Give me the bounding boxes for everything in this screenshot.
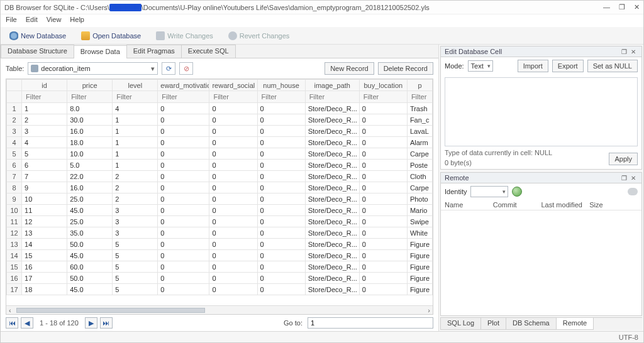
tab-sql-log[interactable]: SQL Log bbox=[440, 318, 481, 330]
tab-execute-sql[interactable]: Execute SQL bbox=[181, 45, 236, 58]
cell-editor[interactable] bbox=[445, 77, 638, 146]
tab-edit-pragmas[interactable]: Edit Pragmas bbox=[126, 45, 182, 58]
tab-db-schema[interactable]: DB Schema bbox=[506, 318, 557, 330]
filter-input[interactable] bbox=[160, 92, 206, 101]
record-range: 1 - 18 of 120 bbox=[40, 319, 79, 327]
edit-cell-close-button[interactable]: ✕ bbox=[629, 48, 638, 55]
table-row[interactable]: 171845.05000Store/Deco_R...0Figure bbox=[7, 284, 433, 295]
table-row[interactable]: 4418.01000Store/Deco_R...0Alarm bbox=[7, 137, 433, 148]
filter-input[interactable] bbox=[115, 92, 155, 101]
col-image-path[interactable]: image_path bbox=[305, 80, 359, 91]
tab-database-structure[interactable]: Database Structure bbox=[1, 45, 74, 58]
table-row[interactable]: 141545.05000Store/Deco_R...0Figure bbox=[7, 250, 433, 261]
table-select[interactable]: decoration_item ▾ bbox=[28, 62, 158, 75]
bottom-tabs: SQL Log Plot DB Schema Remote bbox=[440, 317, 642, 330]
table-icon bbox=[31, 65, 38, 72]
export-button[interactable]: Export bbox=[552, 60, 584, 72]
goto-input[interactable] bbox=[308, 317, 433, 329]
col-extra[interactable]: p bbox=[407, 80, 432, 91]
write-icon bbox=[156, 31, 165, 40]
maximize-button[interactable]: ❐ bbox=[619, 3, 625, 11]
cell-type-text: Type of data currently in cell: NULL bbox=[441, 149, 609, 159]
last-page-button[interactable]: ⏭ bbox=[100, 317, 113, 329]
table-row[interactable]: 665.01000Store/Deco_R...0Poste bbox=[7, 160, 433, 171]
db-icon bbox=[9, 31, 18, 40]
col-reward-social[interactable]: reward_social bbox=[209, 80, 257, 91]
globe-icon[interactable] bbox=[512, 187, 522, 197]
remote-col-name[interactable]: Name bbox=[445, 201, 493, 209]
tab-remote[interactable]: Remote bbox=[556, 318, 594, 330]
prev-page-button[interactable]: ◀ bbox=[21, 317, 33, 329]
table-row[interactable]: 7722.02000Store/Deco_R...0Cloth bbox=[7, 171, 433, 182]
filter-input[interactable] bbox=[212, 92, 254, 101]
close-button[interactable]: ✕ bbox=[634, 3, 640, 11]
main-tabs: Database Structure Browse Data Edit Prag… bbox=[1, 45, 438, 58]
filter-input[interactable] bbox=[25, 92, 64, 101]
clear-filter-button[interactable]: ⊘ bbox=[179, 62, 193, 75]
col-id[interactable]: id bbox=[22, 80, 67, 91]
menubar: File Edit View Help bbox=[1, 14, 643, 27]
menu-edit[interactable]: Edit bbox=[26, 16, 38, 26]
col-price[interactable]: price bbox=[67, 80, 113, 91]
open-database-button[interactable]: Open Database bbox=[77, 30, 145, 41]
remote-col-commit[interactable]: Commit bbox=[493, 201, 541, 209]
remote-list bbox=[441, 210, 641, 315]
next-page-button[interactable]: ▶ bbox=[85, 317, 97, 329]
data-grid[interactable]: id price level eward_motivatio reward_so… bbox=[6, 79, 433, 305]
import-button[interactable]: Import bbox=[518, 60, 548, 72]
col-level[interactable]: level bbox=[113, 80, 158, 91]
delete-record-button[interactable]: Delete Record bbox=[378, 62, 433, 75]
tab-browse-data[interactable]: Browse Data bbox=[74, 45, 127, 58]
table-label: Table: bbox=[6, 65, 24, 72]
col-buy-location[interactable]: buy_location bbox=[359, 80, 407, 91]
table-row[interactable]: 121335.03000Store/Deco_R...0White bbox=[7, 227, 433, 239]
new-database-button[interactable]: New Database bbox=[6, 30, 70, 41]
edit-cell-undock-button[interactable]: ❐ bbox=[619, 48, 629, 55]
filter-input[interactable] bbox=[410, 92, 430, 101]
identity-select[interactable] bbox=[470, 186, 508, 197]
table-row[interactable]: 111225.03000Store/Deco_R...0Swipe bbox=[7, 216, 433, 227]
table-row[interactable]: 8916.02000Store/Deco_R...0Carpe bbox=[7, 182, 433, 193]
table-row[interactable]: 3316.01000Store/Deco_R...0LavaL bbox=[7, 126, 433, 137]
first-page-button[interactable]: ⏮ bbox=[6, 317, 18, 329]
table-row[interactable]: 2230.01000Store/Deco_R...0Fan_c bbox=[7, 114, 433, 126]
revert-changes-button[interactable]: Revert Changes bbox=[225, 30, 294, 41]
table-row[interactable]: 5510.01000Store/Deco_R...0Carpe bbox=[7, 148, 433, 160]
table-row[interactable]: 161750.05000Store/Deco_R...0Figure bbox=[7, 273, 433, 284]
toolbar: New Database Open Database Write Changes… bbox=[1, 27, 643, 45]
filter-input[interactable] bbox=[70, 92, 109, 101]
refresh-button[interactable]: ⟳ bbox=[162, 62, 175, 75]
cloud-icon[interactable] bbox=[628, 188, 638, 195]
window-title: DB Browser for SQLite - C:\Users\██████\… bbox=[4, 4, 603, 11]
revert-icon bbox=[228, 31, 237, 40]
col-reward-motivation[interactable]: eward_motivatio bbox=[158, 80, 209, 91]
menu-view[interactable]: View bbox=[47, 16, 62, 26]
new-record-button[interactable]: New Record bbox=[325, 62, 374, 75]
filter-input[interactable] bbox=[308, 92, 357, 101]
edit-cell-panel-title: Edit Database Cell bbox=[445, 48, 502, 55]
mode-select[interactable]: Text bbox=[468, 60, 493, 72]
horizontal-scrollbar[interactable]: ‹ › bbox=[6, 305, 433, 314]
menu-help[interactable]: Help bbox=[70, 16, 84, 26]
cell-bytes-text: 0 byte(s) bbox=[441, 159, 609, 169]
set-null-button[interactable]: Set as NULL bbox=[587, 60, 638, 72]
menu-file[interactable]: File bbox=[6, 16, 17, 26]
folder-icon bbox=[81, 31, 90, 40]
table-row[interactable]: 131450.05000Store/Deco_R...0Figure bbox=[7, 239, 433, 250]
minimize-button[interactable]: — bbox=[603, 3, 610, 11]
apply-button[interactable]: Apply bbox=[609, 153, 638, 165]
table-row[interactable]: 91025.02000Store/Deco_R...0Photo bbox=[7, 193, 433, 205]
filter-input[interactable] bbox=[260, 92, 303, 101]
write-changes-button[interactable]: Write Changes bbox=[152, 30, 217, 41]
goto-label: Go to: bbox=[284, 319, 303, 327]
table-row[interactable]: 151660.05000Store/Deco_R...0Figure bbox=[7, 261, 433, 273]
remote-col-size[interactable]: Size bbox=[589, 201, 638, 209]
filter-input[interactable] bbox=[362, 92, 404, 101]
remote-close-button[interactable]: ✕ bbox=[629, 175, 638, 182]
remote-col-last-modified[interactable]: Last modified bbox=[541, 201, 590, 209]
table-row[interactable]: 101145.03000Store/Deco_R...0Mario bbox=[7, 205, 433, 216]
table-row[interactable]: 118.04000Store/Deco_R...0Trash bbox=[7, 103, 433, 114]
col-num-house[interactable]: num_house bbox=[257, 80, 305, 91]
remote-undock-button[interactable]: ❐ bbox=[619, 175, 629, 182]
tab-plot[interactable]: Plot bbox=[480, 318, 506, 330]
